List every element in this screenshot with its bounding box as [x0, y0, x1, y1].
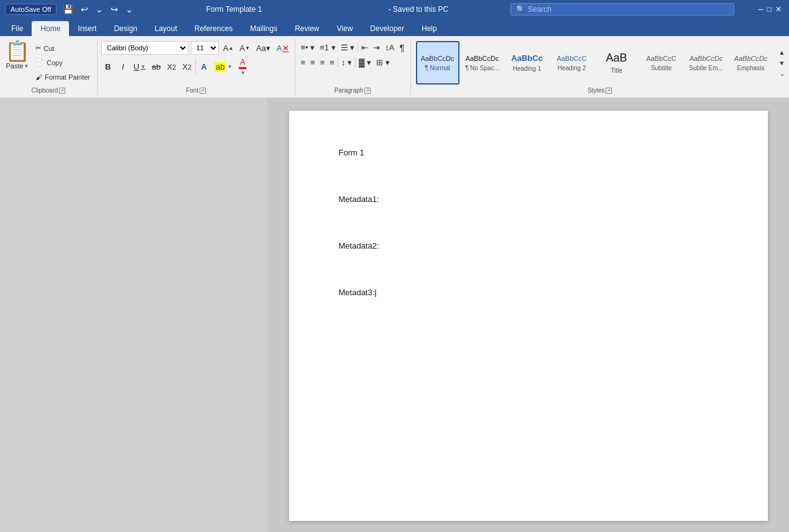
redo-icon[interactable]: ↪ [108, 3, 121, 16]
align-right-button[interactable]: ≡ [318, 57, 327, 68]
underline-button[interactable]: U▼ [131, 61, 148, 73]
multilevel-list-button[interactable]: ☰ ▾ [339, 42, 357, 53]
font-row-1: Calibri (Body) 11 A▲ A▼ Aa▾ A✕ [101, 41, 291, 55]
save-icon[interactable]: 💾 [60, 3, 76, 16]
style-subtitle[interactable]: AaBbCcC Subtitle [640, 41, 683, 85]
font-size-select[interactable]: 11 [191, 41, 219, 55]
style-heading2-preview: AaBbCcC [556, 55, 586, 62]
font-row-2: B I U▼ ab X2 X2 A ab▼ A ▼ [101, 57, 250, 76]
style-normal[interactable]: AaBbCcDc ¶ Normal [416, 41, 459, 85]
paragraph-expand-icon: ↗ [364, 88, 371, 94]
style-subtle-em-label: Subtle Em... [689, 65, 722, 71]
doc-line-2-text: Metadata1: [339, 195, 379, 204]
tab-insert[interactable]: Insert [69, 21, 105, 36]
style-normal-label: ¶ Normal [425, 65, 450, 71]
close-icon[interactable]: ✕ [775, 5, 782, 14]
styles-gallery: AaBbCcDc ¶ Normal AaBbCcDc ¶ No Spac... … [416, 41, 788, 85]
font-color-button[interactable]: A ▼ [236, 57, 249, 76]
align-left-button[interactable]: ≡ [299, 57, 308, 68]
paste-button[interactable]: 📋 [5, 41, 30, 61]
italic-button[interactable]: I [116, 61, 130, 73]
para-row-2: ≡ ≡ ≡ ≡ ↕ ▾ ▓ ▾ ⊞ ▾ [299, 57, 392, 68]
font-expand-icon: ↗ [200, 88, 206, 94]
paste-label[interactable]: Paste▼ [6, 62, 29, 70]
undo-dropdown-icon[interactable]: ⌄ [93, 3, 106, 16]
align-center-button[interactable]: ≡ [308, 57, 317, 68]
tab-layout[interactable]: Layout [146, 21, 186, 36]
numbering-button[interactable]: ≡1 ▾ [318, 42, 337, 53]
doc-line-4-text: Metadat3: [339, 288, 375, 297]
document-area: Form 1 Metadata1: Metadata2: Metadat3: [267, 98, 789, 532]
format-painter-button[interactable]: 🖌 Format Painter [34, 73, 92, 81]
customize-icon[interactable]: ⌄ [123, 3, 136, 16]
text-effects-button[interactable]: A [197, 61, 211, 73]
change-case-button[interactable]: Aa▾ [254, 42, 272, 54]
font-family-select[interactable]: Calibri (Body) [101, 41, 188, 55]
show-marks-button[interactable]: ¶ [398, 41, 407, 54]
maximize-icon[interactable]: □ [767, 5, 772, 14]
title-bar: AutoSave Off 💾 ↩ ⌄ ↪ ⌄ Form Template 1 -… [0, 0, 789, 19]
tab-help[interactable]: Help [413, 21, 446, 36]
tab-design[interactable]: Design [105, 21, 145, 36]
font-group: Calibri (Body) 11 A▲ A▼ Aa▾ A✕ B I U▼ ab… [98, 39, 295, 95]
style-emphasis[interactable]: AaBbCcDc Emphasis [729, 41, 773, 85]
gallery-up-button[interactable]: ▲ [777, 48, 788, 57]
shading-button[interactable]: ▓ ▾ [357, 57, 373, 68]
search-input[interactable] [528, 5, 729, 14]
clipboard-small-buttons: ✂ Cut 📄 Copy 🖌 Format Painter [34, 41, 92, 84]
grow-font-button[interactable]: A▲ [221, 42, 236, 54]
subscript-button[interactable]: X2 [165, 61, 179, 73]
style-heading2[interactable]: AaBbCcC Heading 2 [550, 41, 594, 85]
tab-mailings[interactable]: Mailings [241, 21, 286, 36]
highlight-button[interactable]: ab▼ [212, 61, 234, 73]
decrease-indent-button[interactable]: ⇤ [359, 42, 370, 53]
style-title[interactable]: AaB Title [595, 41, 639, 85]
bullets-button[interactable]: ≡• ▾ [299, 42, 317, 53]
doc-line-2: Metadata1: [339, 195, 718, 204]
para-div3 [355, 58, 356, 67]
bold-button[interactable]: B [101, 61, 115, 73]
shrink-font-button[interactable]: A▼ [238, 42, 252, 54]
styles-expand[interactable]: Styles ↗ [411, 86, 789, 94]
increase-indent-button[interactable]: ⇥ [371, 42, 382, 53]
tab-developer[interactable]: Developer [361, 21, 413, 36]
superscript-button[interactable]: X2 [180, 61, 194, 73]
clipboard-expand[interactable]: Clipboard ↗ [0, 86, 97, 94]
style-emphasis-preview: AaBbCcDc [734, 55, 768, 62]
autosave-button[interactable]: AutoSave Off [5, 4, 57, 15]
style-emphasis-label: Emphasis [737, 65, 765, 71]
style-no-spacing[interactable]: AaBbCcDc ¶ No Spac... [461, 41, 504, 85]
styles-expand-icon: ↗ [606, 88, 612, 94]
style-subtitle-label: Subtitle [651, 65, 671, 71]
document-page[interactable]: Form 1 Metadata1: Metadata2: Metadat3: [289, 111, 768, 521]
clear-format-button[interactable]: A✕ [275, 42, 291, 54]
tab-view[interactable]: View [328, 21, 362, 36]
para-row-1: ≡• ▾ ≡1 ▾ ☰ ▾ ⇤ ⇥ ↕A ¶ [299, 41, 407, 54]
undo-icon[interactable]: ↩ [78, 3, 91, 16]
doc-line-3-text: Metadata2: [339, 241, 379, 250]
doc-line-3: Metadata2: [339, 241, 718, 250]
style-normal-preview: AaBbCcDc [421, 55, 454, 62]
clipboard-group: 📋 Paste▼ ✂ Cut 📄 Copy 🖌 Format Painter C… [0, 39, 98, 95]
paragraph-expand[interactable]: Paragraph ↗ [295, 86, 410, 94]
style-heading1[interactable]: AaBbCc Heading 1 [505, 41, 549, 85]
tab-review[interactable]: Review [286, 21, 328, 36]
tab-references[interactable]: References [186, 21, 241, 36]
style-no-spacing-label: ¶ No Spac... [465, 65, 499, 71]
minimize-icon[interactable]: ─ [758, 5, 764, 14]
gallery-down-button[interactable]: ▼ [777, 59, 788, 67]
copy-button[interactable]: 📄 Copy [34, 58, 92, 67]
line-spacing-button[interactable]: ↕ ▾ [339, 57, 354, 68]
sort-button[interactable]: ↕A [383, 42, 396, 53]
tab-home[interactable]: Home [32, 21, 69, 36]
borders-button[interactable]: ⊞ ▾ [374, 57, 392, 68]
gallery-more-button[interactable]: ⌄ [777, 70, 788, 78]
cut-button[interactable]: ✂ Cut [34, 44, 92, 53]
style-subtle-em[interactable]: AaBbCcDc Subtle Em... [685, 41, 728, 85]
tab-file[interactable]: File [2, 21, 32, 36]
strikethrough-button[interactable]: ab [149, 61, 163, 73]
font-expand[interactable]: Font ↗ [98, 86, 295, 94]
copy-icon: 📄 [35, 58, 44, 66]
justify-button[interactable]: ≡ [328, 57, 336, 68]
style-subtitle-preview: AaBbCcC [646, 55, 676, 62]
